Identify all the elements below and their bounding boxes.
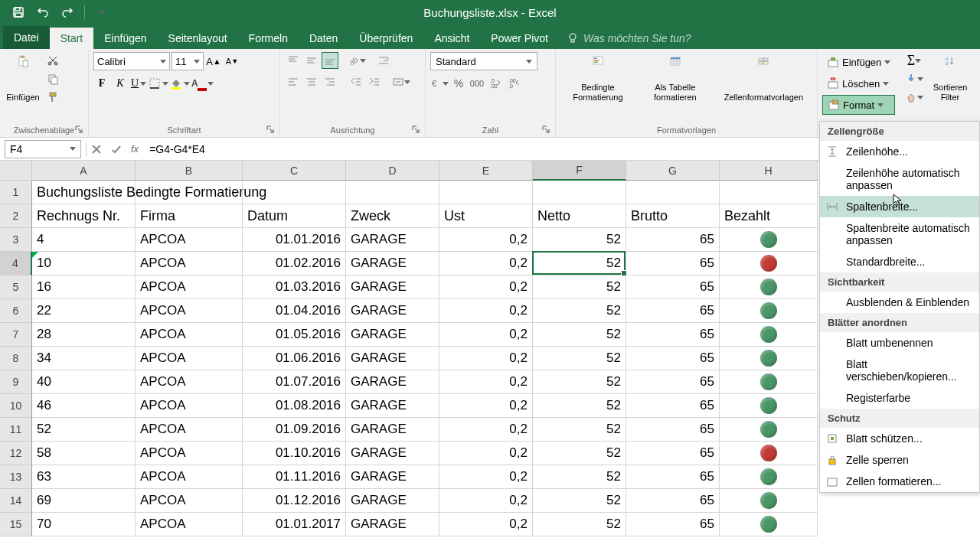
menu-format-cells[interactable]: Zellen formatieren... — [820, 471, 979, 492]
tell-me-search[interactable]: Was möchten Sie tun? — [559, 28, 699, 49]
row-header[interactable]: 7 — [0, 323, 32, 347]
cell[interactable]: 70 — [32, 513, 136, 536]
undo-button[interactable] — [32, 2, 54, 22]
cell[interactable]: 52 — [533, 489, 626, 513]
cell[interactable]: 52 — [533, 513, 626, 536]
name-box[interactable]: F4 — [5, 140, 81, 158]
cell[interactable]: 16 — [32, 276, 136, 299]
cell[interactable]: 46 — [32, 394, 136, 418]
cell[interactable]: Buchungsliste Bedingte Formatierung — [32, 181, 136, 204]
cell[interactable] — [720, 347, 818, 370]
column-header[interactable]: F — [533, 161, 626, 181]
row-header[interactable]: 12 — [0, 442, 32, 465]
number-launcher[interactable] — [541, 126, 550, 135]
cut-button[interactable] — [44, 52, 61, 69]
row-header[interactable]: 10 — [0, 394, 32, 418]
borders-button[interactable] — [149, 75, 168, 92]
cell[interactable]: 65 — [626, 276, 720, 299]
cell[interactable]: 52 — [533, 323, 626, 347]
cell[interactable] — [720, 394, 818, 418]
fill-color-button[interactable] — [170, 75, 190, 92]
cell[interactable] — [720, 442, 818, 465]
cell[interactable]: 52 — [533, 252, 626, 276]
cell[interactable]: 0,2 — [439, 394, 533, 418]
menu-hide-unhide[interactable]: Ausblenden & Einblenden — [820, 292, 979, 313]
cell[interactable] — [720, 489, 818, 513]
alignment-launcher[interactable] — [411, 126, 420, 135]
font-color-button[interactable]: A — [191, 75, 214, 92]
cell[interactable]: 65 — [626, 370, 720, 394]
cell[interactable] — [533, 181, 626, 204]
grow-font-button[interactable]: A▲ — [205, 53, 222, 70]
cell[interactable]: APCOA — [136, 465, 243, 489]
cell[interactable]: 01.06.2016 — [243, 347, 346, 370]
select-all-corner[interactable] — [0, 161, 32, 181]
cell[interactable]: 63 — [32, 465, 136, 489]
cell[interactable]: 65 — [626, 252, 720, 276]
cell[interactable]: 10 — [32, 252, 136, 276]
cell[interactable]: APCOA — [136, 442, 243, 465]
menu-protect-sheet[interactable]: Blatt schützen... — [820, 428, 979, 449]
cell[interactable] — [243, 181, 346, 204]
cells-insert-button[interactable]: Einfügen — [822, 52, 895, 72]
fill-button[interactable] — [905, 70, 923, 87]
save-button[interactable] — [8, 2, 29, 22]
column-header[interactable]: H — [720, 161, 818, 181]
row-header[interactable]: 8 — [0, 347, 32, 370]
merge-button[interactable] — [392, 73, 410, 90]
cell[interactable]: 52 — [533, 370, 626, 394]
cell[interactable]: GARAGE — [346, 489, 439, 513]
cell[interactable]: 01.03.2016 — [243, 276, 346, 299]
tab-start[interactable]: Start — [50, 28, 94, 49]
cell[interactable]: 65 — [626, 442, 720, 465]
cell[interactable]: APCOA — [136, 252, 243, 276]
cell-styles-button[interactable]: Zellenformatvorlagen — [715, 52, 812, 106]
menu-move-sheet[interactable]: Blatt verschieben/kopieren... — [820, 354, 979, 387]
cell[interactable]: GARAGE — [346, 370, 439, 394]
cell[interactable]: 0,2 — [439, 276, 533, 299]
cell[interactable]: APCOA — [136, 299, 243, 323]
cell[interactable]: 65 — [626, 228, 720, 252]
cell[interactable]: 52 — [533, 442, 626, 465]
cell[interactable] — [720, 252, 818, 276]
cell[interactable]: 01.01.2017 — [243, 513, 346, 536]
paste-button[interactable]: Einfügen — [5, 52, 41, 106]
cell[interactable]: GARAGE — [346, 394, 439, 418]
row-header[interactable]: 13 — [0, 465, 32, 489]
cell[interactable] — [720, 418, 818, 442]
align-left-button[interactable] — [285, 73, 302, 90]
cell[interactable]: 65 — [626, 465, 720, 489]
cell[interactable] — [720, 513, 818, 536]
column-header[interactable]: A — [32, 161, 136, 181]
cell[interactable]: 52 — [533, 276, 626, 299]
cell[interactable]: 01.11.2016 — [243, 465, 346, 489]
column-header[interactable]: B — [136, 161, 243, 181]
cell[interactable] — [136, 181, 243, 204]
cell[interactable] — [720, 228, 818, 252]
cell[interactable] — [439, 181, 533, 204]
cell[interactable]: GARAGE — [346, 347, 439, 370]
cell[interactable]: GARAGE — [346, 323, 439, 347]
column-header[interactable]: G — [626, 161, 720, 181]
cell[interactable]: 52 — [533, 418, 626, 442]
number-format-combo[interactable]: Standard — [430, 52, 537, 70]
cell[interactable]: APCOA — [136, 323, 243, 347]
cell[interactable]: 01.04.2016 — [243, 299, 346, 323]
cell[interactable] — [720, 465, 818, 489]
wrap-text-button[interactable] — [375, 52, 392, 69]
column-header[interactable]: D — [346, 161, 439, 181]
row-header[interactable]: 11 — [0, 418, 32, 442]
row-header[interactable]: 1 — [0, 181, 32, 204]
clipboard-launcher[interactable] — [74, 126, 83, 135]
align-bottom-button[interactable] — [322, 52, 338, 69]
cell[interactable]: APCOA — [136, 370, 243, 394]
column-header[interactable]: C — [243, 161, 346, 181]
cell[interactable]: 0,2 — [439, 347, 533, 370]
menu-tab-color[interactable]: Registerfarbe — [820, 387, 979, 409]
increase-decimal-button[interactable]: ,0,00 — [487, 75, 504, 92]
cell[interactable]: 0,2 — [439, 370, 533, 394]
cell[interactable]: 28 — [32, 323, 136, 347]
cell[interactable]: 0,2 — [439, 228, 533, 252]
cell[interactable]: 52 — [32, 418, 136, 442]
cell[interactable]: 65 — [626, 347, 720, 370]
